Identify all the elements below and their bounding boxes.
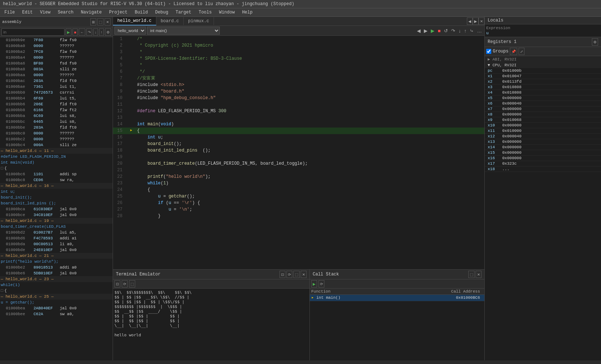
asm-stop-btn[interactable]: ■ bbox=[73, 28, 78, 36]
asm-row[interactable]: 01000bb074726573csrrsi bbox=[0, 90, 113, 95]
menu-project[interactable]: Project bbox=[108, 9, 129, 16]
breakpoint-area[interactable] bbox=[125, 206, 130, 213]
asm-stepout-btn[interactable]: ↑ bbox=[99, 28, 104, 36]
editor-close-btn[interactable]: ✕ bbox=[479, 17, 484, 25]
asm-row[interactable]: 01000be289018513addi a0 bbox=[0, 265, 113, 270]
asm-row[interactable]: 01000baa0000?????? bbox=[0, 72, 113, 78]
breakpoint-area[interactable] bbox=[125, 213, 130, 219]
code-line[interactable]: 12#define LED_FLASH_PERIOD_IN_MS 300 bbox=[113, 108, 484, 114]
asm-row[interactable]: 01000b9e7F80flw fs0 bbox=[0, 37, 113, 43]
code-line[interactable]: 4 * SPDX-License-Identifier: BSD-3-Claus… bbox=[113, 55, 484, 62]
code-line[interactable]: 22 printf("hello world\n"); bbox=[113, 173, 484, 180]
asm-row[interactable]: 01000bda00C00513li a0, bbox=[0, 241, 113, 247]
editor-stepout[interactable]: ↑ bbox=[463, 28, 468, 34]
asm-row[interactable]: 01000bce34C010EFjal 0x0 bbox=[0, 212, 113, 218]
breakpoint-area[interactable] bbox=[125, 49, 130, 55]
asm-row[interactable]: 01000bbc6465lui s0, bbox=[0, 119, 113, 125]
code-line[interactable]: 14int main(void) bbox=[113, 121, 484, 128]
breakpoint-area[interactable] bbox=[125, 154, 130, 160]
editor-restart[interactable]: ↺ bbox=[443, 28, 449, 34]
code-line[interactable]: 8#include <stdio.h> bbox=[113, 82, 484, 88]
code-line[interactable]: 1/* bbox=[113, 36, 484, 42]
breakpoint-area[interactable] bbox=[125, 88, 130, 95]
asm-row[interactable]: 01000beeC62Asw a0, bbox=[0, 311, 113, 317]
reg-group-cpu[interactable]: ▼ CPU, RV32I bbox=[485, 62, 601, 68]
breakpoint-area[interactable] bbox=[125, 36, 130, 42]
callstack-run-btn[interactable]: ▶ bbox=[311, 280, 317, 287]
breakpoint-area[interactable] bbox=[125, 75, 130, 82]
assembly-icon-btn[interactable]: ⬚ bbox=[97, 18, 104, 26]
breakpoint-area[interactable] bbox=[125, 200, 130, 206]
assembly-toggle-btn[interactable]: ⊞ bbox=[90, 18, 96, 26]
code-line[interactable]: 16 int u; bbox=[113, 134, 484, 141]
asm-stepover-btn[interactable]: ↷ bbox=[86, 28, 92, 36]
asm-row[interactable]: 01000ba6BF80fsd fs0 bbox=[0, 60, 113, 66]
code-line[interactable]: 7//安富莱 bbox=[113, 75, 484, 82]
asm-row[interactable]: 01000bca61C030EFjal 0x0 bbox=[0, 206, 113, 212]
callstack-close-btn[interactable]: ✕ bbox=[476, 271, 481, 278]
code-line[interactable]: 5 * bbox=[113, 62, 484, 69]
menu-view[interactable]: View bbox=[39, 9, 52, 16]
code-line[interactable]: 11 bbox=[113, 101, 484, 108]
menu-edit[interactable]: Edit bbox=[21, 9, 34, 16]
code-line[interactable]: 17 board_init(); bbox=[113, 141, 484, 147]
code-line[interactable]: 15➤{ bbox=[113, 128, 484, 134]
terminal-btn2[interactable]: ⟳ bbox=[286, 271, 292, 278]
asm-row[interactable]: 01000bd6F4C78593addi a1 bbox=[0, 235, 113, 241]
breakpoint-area[interactable] bbox=[125, 160, 130, 167]
code-line[interactable]: 3 * bbox=[113, 49, 484, 55]
breakpoint-area[interactable] bbox=[125, 95, 130, 101]
code-line[interactable]: 10#include "hpm_debug_console.h" bbox=[113, 95, 484, 101]
asm-row[interactable]: 01000bc20000?????? bbox=[0, 136, 113, 142]
code-line[interactable]: 6 */ bbox=[113, 69, 484, 75]
function-dropdown[interactable]: int main() bbox=[147, 27, 220, 35]
breakpoint-area[interactable] bbox=[125, 55, 130, 62]
asm-row[interactable]: 01000bae7361lui t1, bbox=[0, 84, 113, 90]
asm-row[interactable]: 01000bb46F69lui t5, bbox=[0, 95, 113, 101]
editor-tab-arrow-left[interactable]: ◀ bbox=[467, 17, 473, 25]
asm-row[interactable]: 01000bb6206Efld ft0 bbox=[0, 101, 113, 107]
breakpoint-area[interactable] bbox=[125, 101, 130, 108]
code-line[interactable]: 28 } bbox=[113, 213, 484, 219]
code-line[interactable]: 2 * Copyright (c) 2021 hpmicro bbox=[113, 42, 484, 49]
registers-expand-btn[interactable]: ⤢ bbox=[519, 48, 524, 55]
asm-settings-btn[interactable]: ⚙ bbox=[105, 28, 111, 36]
tab-hello-world-c[interactable]: hello_world.c bbox=[113, 17, 156, 26]
asm-row[interactable]: 01000bba6C69lui s8, bbox=[0, 113, 113, 119]
menu-file[interactable]: File bbox=[3, 9, 16, 16]
breakpoint-area[interactable] bbox=[125, 108, 130, 114]
editor-stop[interactable]: ■ bbox=[437, 28, 442, 34]
breakpoint-area[interactable] bbox=[125, 42, 130, 49]
menu-help[interactable]: Help bbox=[241, 9, 254, 16]
code-line[interactable]: 18 board_init_led_pins (); bbox=[113, 147, 484, 154]
editor-runtohere[interactable]: ⤷ bbox=[469, 28, 475, 34]
terminal-tool3[interactable]: ⬚ bbox=[129, 280, 135, 287]
menu-build[interactable]: Build bbox=[133, 9, 149, 16]
terminal-tool1[interactable]: ⊡ bbox=[114, 280, 120, 287]
callstack-icon-btn[interactable]: ⬚ bbox=[468, 271, 475, 278]
registers-settings-btn[interactable]: ⚙ bbox=[592, 38, 598, 46]
asm-row[interactable]: 01000bde24E010EFjal 0x0 bbox=[0, 247, 113, 253]
asm-row[interactable]: 01000bea2AB040EFjal 0x0 bbox=[0, 305, 113, 311]
asm-row[interactable]: 01000ba40000?????? bbox=[0, 55, 113, 60]
editor-more[interactable]: … bbox=[476, 28, 483, 34]
asm-stepin-btn[interactable]: ↓ bbox=[93, 28, 98, 36]
callstack-row[interactable]: ➤ int main() 0x01000BC6 bbox=[310, 295, 484, 301]
callstack-tool-btn[interactable]: ⟳ bbox=[319, 280, 324, 287]
asm-row[interactable]: 01000be65DB010EFjal 0x0 bbox=[0, 270, 113, 276]
breakpoint-area[interactable] bbox=[125, 62, 130, 69]
terminal-tool2[interactable]: ⟳ bbox=[122, 280, 128, 287]
breakpoint-area[interactable] bbox=[125, 167, 130, 173]
assembly-close-btn[interactable]: ✕ bbox=[105, 18, 110, 26]
asm-row[interactable]: 01000bc00000?????? bbox=[0, 130, 113, 136]
asm-row[interactable]: 01000bc8CE06sw ra, bbox=[0, 177, 113, 183]
breakpoint-area[interactable] bbox=[125, 121, 130, 128]
editor-nav-back[interactable]: ◀ bbox=[416, 28, 422, 34]
menu-window[interactable]: Window bbox=[218, 9, 236, 16]
asm-run-btn[interactable]: ▶ bbox=[66, 28, 71, 36]
terminal-btn1[interactable]: ⊡ bbox=[280, 271, 285, 278]
code-line[interactable]: 23 while(1) bbox=[113, 180, 484, 187]
tab-board-c[interactable]: board.c bbox=[156, 17, 184, 25]
breakpoint-area[interactable] bbox=[125, 69, 130, 75]
code-line[interactable]: 27 u = '\n'; bbox=[113, 206, 484, 213]
